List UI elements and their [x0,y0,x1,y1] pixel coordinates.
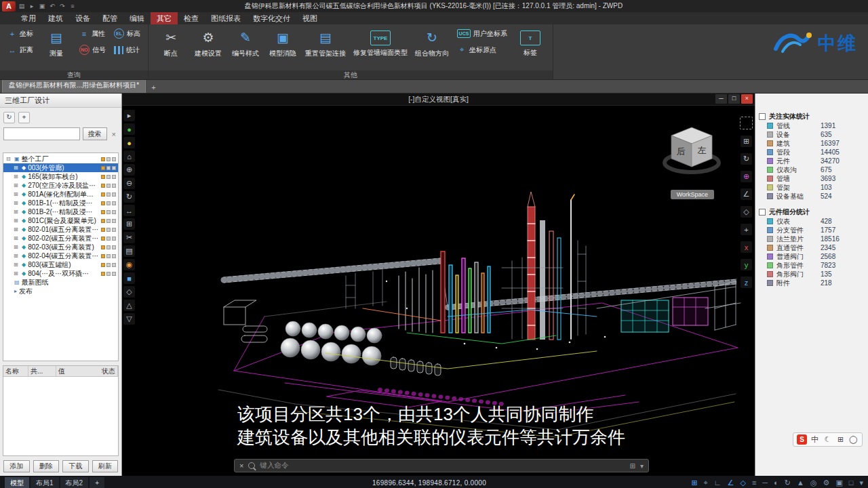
shaded-mode-icon[interactable]: ● [123,137,135,148]
layout2-tab[interactable]: 布局2 [60,477,89,488]
property-button[interactable]: ≡属性 [77,26,108,41]
角形阀门[interactable]: 角形阀门135 [755,270,868,279]
tab-shebei[interactable]: 设备 [69,12,96,24]
tab-shuzihuajiaofu[interactable]: 数字化交付 [247,12,296,24]
open-file-icon[interactable]: ▸ [28,3,36,9]
distance-button[interactable]: ↔距离 [5,43,36,57]
expand-icon[interactable]: ⊞ [14,270,20,277]
undo-icon[interactable]: ↶ [48,3,56,9]
row-state-icons[interactable] [101,272,116,276]
elevation-button[interactable]: EL标高 [111,26,143,41]
delete-button[interactable]: 删除 [33,460,60,472]
measure-button[interactable]: ▤测量 [39,26,74,68]
设备基础[interactable]: 设备基础524 [755,192,868,201]
普通阀门[interactable]: 普通阀门2568 [755,252,868,261]
grid-display-icon[interactable]: ⊞ [123,218,135,230]
tab-jiancha[interactable]: 检查 [178,12,205,24]
locate-icon[interactable]: ⌖ [18,112,30,123]
管段[interactable]: 管段14405 [755,148,868,157]
ime-keyboard-icon[interactable]: ⊞ [835,434,846,445]
expand-icon[interactable]: ⊞ [14,174,20,180]
仪表[interactable]: 仪表428 [755,217,868,226]
download-button[interactable]: 下载 [62,460,89,472]
expand-icon[interactable]: ⊞ [14,209,20,215]
expand-icon[interactable]: ⊞ [14,182,20,188]
sogou-logo[interactable]: S [797,434,807,445]
row-state-icons[interactable] [101,184,116,188]
tree-item-80204[interactable]: ⊞◆802-04(碳五分离装置⋯ [3,251,118,260]
fix-pipe-end-type-button[interactable]: TYPE修复管墙端面类型 [351,26,410,68]
box-select-icon[interactable]: ■ [123,272,135,284]
tree-item-80202[interactable]: ⊞◆802-02(碳五分离装置⋯ [3,234,118,243]
lineweight-icon[interactable]: ─ [762,479,768,487]
transparency-icon[interactable]: ◐ [774,479,778,487]
annotation-icon[interactable]: ▲ [797,479,804,487]
expand-icon[interactable]: ⊞ [14,235,20,241]
角形管件[interactable]: 角形管件7823 [755,261,868,270]
section-icon[interactable]: ✂ [123,232,135,243]
ortho-icon[interactable]: ∟ [714,479,722,487]
zoom-in-icon[interactable]: ⊕ [123,164,135,176]
建筑[interactable]: 建筑16397 [755,139,868,148]
minimize-button[interactable]: ─ [715,94,727,104]
expand-icon[interactable]: ⊟ [6,156,12,162]
tab-peiguan[interactable]: 配管 [96,12,123,24]
model-tab[interactable]: 模型 [5,477,29,488]
angle-tool-icon[interactable]: ∠ [741,188,752,200]
tab-tuzhibaobiao[interactable]: 图纸报表 [205,12,247,24]
model-hide-button[interactable]: ▣模型消隐 [265,26,300,68]
设备[interactable]: 设备635 [755,130,868,139]
search-input[interactable] [3,127,80,140]
ime-moon-icon[interactable]: ☾ [823,434,833,445]
signal-button[interactable]: NO信号 [77,43,108,57]
row-state-icons[interactable] [101,157,116,161]
add-button[interactable]: 添加 [3,460,30,472]
ime-chinese-icon[interactable]: 中 [810,434,820,445]
search-command-icon[interactable] [248,462,255,469]
zoom-out-icon[interactable]: ⊖ [123,178,135,189]
layers-icon[interactable]: ▤ [123,245,135,257]
isolate-icon[interactable]: ▣ [835,479,842,487]
save-icon[interactable]: ▣ [38,3,46,9]
close-command-icon[interactable]: × [239,462,243,470]
tree-item-latest-drawings[interactable]: ▤最新图纸 [3,278,118,287]
tree-item-whole-plant[interactable]: ⊟▣整个工厂 [3,155,118,163]
row-state-icons[interactable] [101,175,116,179]
reference-point-icon[interactable]: ⊕ [741,171,752,182]
app-logo-icon[interactable]: A [2,1,16,12]
command-bar[interactable]: × 键入命令 ⊞ ▾ [234,459,649,472]
view-cube[interactable]: 后 左 [663,123,721,182]
selection-window-icon[interactable] [740,117,753,129]
new-file-icon[interactable]: ▤ [18,3,26,9]
tree-item-801b1[interactable]: ⊞◆801B-1(⋯精制及浸⋯ [3,199,118,207]
refresh-button[interactable]: 刷新 [92,460,119,472]
modeling-settings-button[interactable]: ⚙建模设置 [191,26,226,68]
row-state-icons[interactable] [101,254,116,258]
expand-icon[interactable]: ⊞ [14,262,20,268]
tree-item-803[interactable]: ⊞◆803(碳五罐组) [3,260,118,269]
ucs-grid-icon[interactable]: ⊞ [741,136,752,147]
home-view-icon[interactable]: ⌂ [123,150,135,162]
tree-item-801a[interactable]: ⊞◆801A(催化剂配制单元⋯ [3,190,118,199]
orbit-icon[interactable]: ↻ [123,191,135,203]
tree-item-003[interactable]: ⊞◆003(外管廊) [3,163,118,172]
add-layout-tab[interactable]: + [90,477,104,488]
restore-button[interactable]: □ [728,94,740,104]
view-orbit-icon[interactable]: ↻ [741,153,752,165]
仪表沟[interactable]: 仪表沟675 [755,165,868,174]
node-snap-icon[interactable]: ◇ [123,286,135,298]
print-icon[interactable]: ≡ [68,3,77,9]
close-button[interactable]: × [741,94,753,104]
numbering-style-button[interactable]: ✎编号样式 [228,26,263,68]
tree-item-804[interactable]: ⊞◆804(⋯及⋯双环撬⋯ [3,269,118,278]
ime-skin-icon[interactable]: ◯ [848,434,859,445]
target-icon[interactable]: ◉ [123,259,135,270]
checkbox-icon[interactable] [759,209,766,216]
管墙[interactable]: 管墙3693 [755,174,868,183]
axis-y-icon[interactable]: y [741,259,752,270]
workspace-gear-icon[interactable]: ⚙ [823,479,830,487]
expand-icon[interactable]: ⊞ [14,226,20,232]
command-grid-icon[interactable]: ⊞ [630,462,635,470]
tag-button[interactable]: T标签 [513,26,548,68]
row-state-icons[interactable] [101,263,116,267]
